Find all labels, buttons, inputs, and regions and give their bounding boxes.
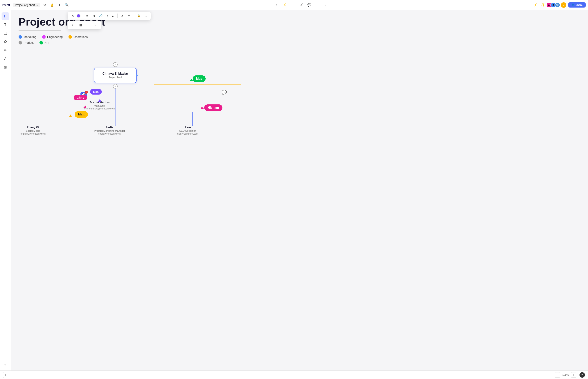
elon-node: Elon SEO Specialist elon@company.com <box>177 126 198 135</box>
shape-currency-btn[interactable]: ₣ <box>70 22 76 28</box>
sadie-dept: Product Marketing Manager <box>94 129 125 132</box>
sadie-email: sadie@company.com <box>94 132 125 135</box>
elon-email: elon@company.com <box>177 132 198 135</box>
hisham-arrow: ▶ <box>201 106 205 111</box>
toolbar-disconnect-btn[interactable]: ✕ <box>70 13 76 19</box>
legend-item-marketing: Marketing <box>18 35 36 39</box>
hisham-label: Hisham <box>208 106 219 109</box>
matt-arrow: ▶ <box>69 113 73 118</box>
svg-rect-0 <box>4 32 7 35</box>
bea-cursor: Bea <box>90 89 102 95</box>
sidebar-line-tool[interactable]: A <box>1 55 9 63</box>
mae-cursor: Mae <box>193 75 206 82</box>
toolbar-color-picker[interactable] <box>77 14 80 18</box>
bea-label: Bea <box>93 90 99 94</box>
legend: Marketing Engineering Operations Product… <box>18 35 92 45</box>
chris-label: Chris <box>77 96 84 99</box>
upload-icon[interactable]: ⬆ <box>56 2 62 8</box>
toolbar-more-btn[interactable]: ··· <box>143 13 149 19</box>
toolbar-spacing-btn[interactable]: ⇔ <box>84 13 90 19</box>
settings-icon[interactable]: ⚙ <box>42 2 48 8</box>
toolbar-font-size: 14 <box>105 15 109 17</box>
sidebar: T ✏ A ⊞ » ↩ <box>0 10 11 190</box>
lightning-btn[interactable]: ⚡ <box>281 1 288 9</box>
comment-right[interactable]: 💬 <box>222 90 227 95</box>
toolbar-lock-btn[interactable]: 🔒 <box>136 13 142 19</box>
title-divider <box>18 30 61 31</box>
tab-title[interactable]: Project org chart ★ <box>13 3 40 7</box>
mae-label: Mae <box>196 77 202 80</box>
clock-btn[interactable]: ⏱ <box>289 1 294 9</box>
emmy-dept: Social Media <box>20 129 46 132</box>
chris-cursor: Chris <box>74 95 87 100</box>
legend-label-marketing: Marketing <box>24 35 36 38</box>
legend-item-hr: HR <box>39 41 49 45</box>
nav-back-btn[interactable]: › <box>273 1 280 9</box>
legend-dot-product <box>18 41 22 45</box>
sidebar-sticky-tool[interactable] <box>1 29 9 37</box>
star-icon[interactable]: ★ <box>36 3 38 6</box>
tab-title-text: Project org chart <box>15 3 35 7</box>
emmy-node: Emmy W. Social Media emmy.w@company.com <box>20 126 46 135</box>
shape-line-btn[interactable]: ⟋ <box>85 22 91 28</box>
sidebar-select-tool[interactable] <box>1 12 9 20</box>
emmy-email: emmy.w@company.com <box>20 132 46 135</box>
scarlet-node: 💬 2 Bea Chris ▶ ▶ Scarlet Barlow Marketi… <box>84 101 115 110</box>
legend-dot-hr <box>39 41 43 45</box>
topbar: miro Project org chart ★ ⚙ 🔔 ⬆ 🔍 › ⚡ ⏱ 🖼… <box>0 0 294 10</box>
sadie-name: Sadie <box>94 126 125 129</box>
sadie-node: Sadie Product Marketing Manager sadie@co… <box>94 126 125 135</box>
sidebar-text-tool[interactable]: T <box>1 21 9 29</box>
legend-item-engineering: Engineering <box>42 35 63 39</box>
toolbar-divider-3 <box>134 14 134 18</box>
toolbar-font-up-btn[interactable]: ▲ <box>110 13 116 19</box>
sidebar-shape-tool[interactable] <box>1 38 9 46</box>
legend-item-product: Product <box>18 41 34 45</box>
miro-logo: miro <box>2 3 10 7</box>
toolbar-divider-2 <box>117 14 118 18</box>
elon-dept: SEO Specialist <box>177 129 198 132</box>
root-node-role: Project lead <box>109 76 122 79</box>
content: Project org chart Marketing Engineering … <box>18 16 251 188</box>
shape-org-btn[interactable]: ⊞ <box>77 22 83 28</box>
legend-label-operations: Operations <box>74 35 88 38</box>
shape-corner-btn[interactable]: ⌐ <box>93 22 99 28</box>
node-side-dot <box>136 74 138 76</box>
topbar-center: › ⚡ ⏱ 🖼 💬 ☰ ⌄ <box>71 1 294 9</box>
scarlet-dept: Marketing <box>84 104 115 107</box>
sidebar-frame-tool[interactable]: ⊞ <box>1 63 9 71</box>
node-add-bottom[interactable]: + <box>113 84 118 89</box>
sidebar-pen-tool[interactable]: ✏ <box>1 47 9 54</box>
legend-dot-marketing <box>18 35 22 39</box>
floating-toolbar: ✕ ⇔ B 🔗 14 ▲ A ✏ 🔒 ··· <box>68 12 151 20</box>
legend-item-operations: Operations <box>68 35 88 39</box>
toolbar-bold-btn[interactable]: B <box>91 13 97 19</box>
legend-dot-engineering <box>42 35 46 39</box>
search-icon[interactable]: 🔍 <box>64 2 70 8</box>
toolbar-text-color-btn[interactable]: A <box>119 13 125 19</box>
legend-dot-operations <box>68 35 72 39</box>
legend-label-hr: HR <box>45 41 49 44</box>
shape-toolbar: ₣ ⊞ ⟋ ⌐ <box>68 21 101 29</box>
matt-label: Matt <box>78 113 84 116</box>
toolbar-divider-1 <box>82 14 82 18</box>
toolbar-pen-btn[interactable]: ✏ <box>126 13 132 19</box>
elon-name: Elon <box>177 126 198 129</box>
hisham-cursor: Hisham <box>204 104 222 111</box>
node-add-top[interactable]: + <box>113 62 118 67</box>
root-node-name: Chhaya El Masjar <box>103 72 128 75</box>
legend-label-engineering: Engineering <box>47 35 63 38</box>
legend-label-product: Product <box>24 41 34 44</box>
scarlet-email: scarletbarlow@company.com <box>84 107 115 110</box>
emmy-name: Emmy W. <box>20 126 46 129</box>
toolbar-link-btn[interactable]: 🔗 <box>98 13 104 19</box>
matt-cursor: Matt <box>75 111 88 118</box>
root-node[interactable]: + Chhaya El Masjar Project lead + <box>94 68 137 83</box>
org-chart-area: + Chhaya El Masjar Project lead + 💬 2 Be… <box>18 52 251 188</box>
bell-icon[interactable]: 🔔 <box>49 2 55 8</box>
comment-count: 2 <box>85 91 88 94</box>
canvas[interactable]: Project org chart Marketing Engineering … <box>11 10 294 190</box>
